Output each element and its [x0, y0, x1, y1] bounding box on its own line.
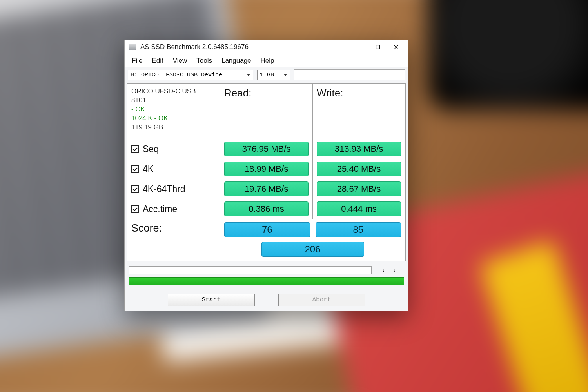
4k-label: 4K: [143, 164, 154, 174]
4k64-checkbox[interactable]: [131, 185, 139, 193]
drive-select[interactable]: H: ORICO UFSD-C USB Device: [128, 70, 253, 80]
4k64-read: 19.76 MB/s: [224, 181, 309, 196]
progress-current: [129, 266, 372, 274]
minimize-button[interactable]: [351, 41, 369, 53]
app-icon: [129, 44, 136, 50]
size-select[interactable]: 1 GB: [257, 70, 290, 80]
device-firmware: 8101: [131, 96, 196, 105]
maximize-icon: [376, 45, 380, 49]
4k-checkbox[interactable]: [131, 165, 139, 173]
seq-label: Seq: [143, 144, 159, 154]
score-label: Score:: [131, 222, 162, 234]
window-title: AS SSD Benchmark 2.0.6485.19676: [140, 43, 249, 51]
write-header: Write:: [317, 87, 343, 99]
device-info-cell: ORICO UFSD-C USB 8101 - OK 1024 K - OK 1…: [127, 83, 220, 139]
toolbar-spacer: [294, 69, 405, 80]
acc-checkbox[interactable]: [131, 205, 139, 213]
close-button[interactable]: [387, 41, 405, 53]
close-icon: [394, 45, 399, 50]
menu-view[interactable]: View: [168, 55, 192, 66]
4k64-label: 4K-64Thrd: [143, 184, 185, 194]
menu-file[interactable]: File: [127, 55, 147, 66]
seq-write: 313.93 MB/s: [317, 142, 401, 156]
footer: --:--:-- Start Abort: [125, 261, 408, 311]
abort-button: Abort: [278, 294, 365, 306]
minimize-icon: [358, 45, 362, 49]
4k-write: 25.40 MB/s: [317, 162, 401, 176]
4k-read: 18.99 MB/s: [224, 162, 309, 176]
device-capacity: 119.19 GB: [131, 123, 196, 132]
start-button[interactable]: Start: [168, 294, 255, 306]
results-panel: ORICO UFSD-C USB 8101 - OK 1024 K - OK 1…: [127, 83, 406, 261]
device-status-2: 1024 K - OK: [131, 114, 196, 123]
acc-label: Acc.time: [143, 204, 177, 214]
device-status-1: - OK: [131, 105, 196, 114]
seq-checkbox[interactable]: [131, 145, 139, 153]
progress-overall: [129, 277, 404, 285]
read-header: Read:: [224, 87, 251, 99]
menu-language[interactable]: Language: [217, 55, 256, 66]
toolbar: H: ORICO UFSD-C USB Device 1 GB: [125, 67, 408, 83]
menubar: File Edit View Tools Language Help: [125, 54, 408, 67]
acc-write: 0.444 ms: [317, 201, 401, 216]
svg-rect-1: [376, 45, 380, 49]
device-name: ORICO UFSD-C USB: [131, 87, 196, 96]
benchmark-window: AS SSD Benchmark 2.0.6485.19676 File Edi…: [124, 40, 408, 311]
titlebar[interactable]: AS SSD Benchmark 2.0.6485.19676: [125, 40, 408, 54]
acc-read: 0.386 ms: [224, 201, 309, 216]
seq-read: 376.95 MB/s: [224, 142, 309, 156]
menu-edit[interactable]: Edit: [147, 55, 168, 66]
score-read: 76: [224, 222, 310, 237]
menu-help[interactable]: Help: [256, 55, 279, 66]
maximize-button[interactable]: [369, 41, 387, 53]
menu-tools[interactable]: Tools: [192, 55, 217, 66]
elapsed-time: --:--:--: [375, 267, 404, 273]
score-total: 206: [261, 242, 364, 257]
4k64-write: 28.67 MB/s: [317, 181, 401, 196]
score-write: 85: [316, 222, 401, 237]
